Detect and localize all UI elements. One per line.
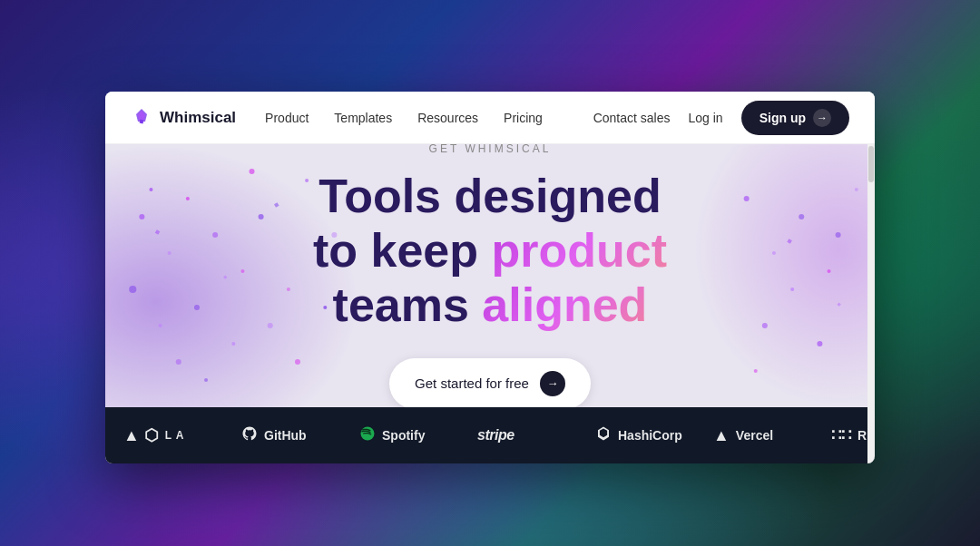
hero-title-line3-pink: aligned: [482, 278, 647, 331]
logo-text: Whimsical: [160, 109, 236, 127]
navbar: Whimsical Product Templates Resources Pr…: [105, 92, 875, 144]
la-icon: ▲ ⬡: [123, 425, 159, 445]
la-label: L A: [165, 429, 185, 442]
scrollbar[interactable]: [867, 144, 875, 463]
cta-button[interactable]: Get started for free →: [389, 358, 591, 407]
logo-area[interactable]: Whimsical: [131, 107, 236, 129]
hashicorp-icon: [595, 425, 612, 446]
logos-bar: ▲ ⬡ L A GitHub Spotify stripe HashiCorp …: [105, 407, 875, 463]
whimsical-logo-icon: [131, 107, 152, 129]
nav-resources[interactable]: Resources: [417, 111, 478, 125]
nav-right: Contact sales Log in Sign up →: [593, 101, 849, 135]
cta-arrow-icon: →: [540, 371, 565, 396]
stripe-label: stripe: [477, 427, 514, 444]
sign-up-label: Sign up: [760, 111, 806, 125]
scrollbar-thumb[interactable]: [868, 146, 874, 182]
logo-spotify: Spotify: [359, 425, 477, 446]
logo-la: ▲ ⬡ L A: [123, 425, 241, 445]
spotify-icon: [359, 425, 376, 446]
spotify-label: Spotify: [382, 428, 425, 443]
logo-vercel: ▲ Vercel: [713, 426, 831, 445]
sign-up-arrow-icon: →: [813, 109, 831, 127]
nav-product[interactable]: Product: [265, 111, 309, 125]
hashicorp-label: HashiCorp: [618, 428, 682, 443]
log-in-link[interactable]: Log in: [689, 111, 723, 125]
confetti-right: [693, 144, 875, 407]
nav-templates[interactable]: Templates: [334, 111, 392, 125]
browser-window: Whimsical Product Templates Resources Pr…: [105, 92, 875, 463]
logo-stripe: stripe: [477, 427, 595, 444]
hero-title: Tools designed to keep product teams ali…: [313, 170, 667, 332]
hero-title-line2-dark: to keep: [313, 224, 492, 277]
cta-label: Get started for free: [415, 375, 529, 391]
hero-section: GET WHIMSICAL Tools designed to keep pro…: [105, 144, 875, 407]
sign-up-button[interactable]: Sign up →: [741, 101, 849, 135]
hero-title-line3-dark: teams: [333, 278, 483, 331]
github-icon: [241, 425, 258, 446]
nav-links: Product Templates Resources Pricing: [265, 111, 593, 125]
logo-github: GitHub: [241, 425, 359, 446]
hero-content: GET WHIMSICAL Tools designed to keep pro…: [313, 144, 667, 407]
nav-pricing[interactable]: Pricing: [504, 111, 543, 125]
rippling-icon: ∷∷: [831, 425, 851, 445]
github-label: GitHub: [264, 428, 307, 443]
hero-title-line2-pink: product: [491, 224, 667, 277]
vercel-label: Vercel: [736, 428, 773, 443]
contact-sales-link[interactable]: Contact sales: [593, 111, 671, 125]
logo-hashicorp: HashiCorp: [595, 425, 713, 446]
hero-title-line1: Tools designed: [318, 170, 662, 222]
hero-eyebrow: GET WHIMSICAL: [313, 144, 667, 155]
vercel-icon: ▲: [713, 426, 730, 445]
